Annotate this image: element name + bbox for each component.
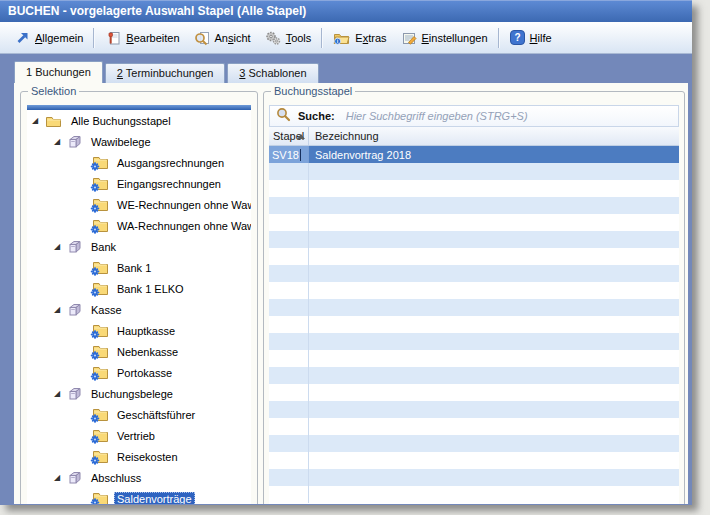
cell-stapel[interactable]: SV18: [269, 146, 309, 163]
tree-item-saldenvorträge[interactable]: Saldenvorträge: [27, 488, 251, 504]
folder-gear-icon: [90, 449, 108, 465]
folder-info-icon: i: [333, 30, 350, 45]
expand-triangle-icon[interactable]: ◢: [54, 474, 67, 482]
menu-item-hilfe[interactable]: ?Hilfe: [503, 27, 559, 48]
empty-table-row: [269, 350, 679, 367]
tree-item-label: Abschluss: [88, 471, 144, 485]
tree-item-we-rechnungen-ohne-wawi[interactable]: WE-Rechnungen ohne Wawi: [27, 194, 251, 215]
cube-icon: [67, 303, 82, 317]
cell-stapel-empty: [269, 367, 309, 384]
tree-item-label: Ausgangsrechnungen: [114, 156, 227, 170]
sort-ascending-icon: [297, 134, 305, 139]
cell-stapel-empty: [269, 350, 309, 367]
cell-bezeichnung-empty: [309, 248, 679, 265]
menu-item-label: Hilfe: [530, 32, 552, 44]
empty-table-row: [269, 299, 679, 316]
cell-stapel-empty: [269, 248, 309, 265]
tab-page-buchungen: Selektion ◢Alle Buchungsstapel◢Wawibeleg…: [14, 83, 688, 504]
folder-gear-icon: [90, 176, 108, 192]
menu-item-ansicht[interactable]: Ansicht: [187, 27, 258, 49]
tree-item-wawibelege[interactable]: ◢Wawibelege: [27, 131, 251, 152]
svg-text:?: ?: [514, 32, 520, 43]
menu-item-tools[interactable]: Tools: [258, 27, 319, 49]
empty-table-row: [269, 180, 679, 197]
expand-triangle-icon[interactable]: ◢: [54, 306, 67, 314]
tree-item-vertrieb[interactable]: Vertrieb: [27, 425, 251, 446]
empty-table-row: [269, 265, 679, 282]
folder-gear-icon: [90, 281, 108, 297]
cell-stapel-empty: [269, 333, 309, 350]
folder-gear-icon: [90, 344, 108, 360]
groupbox-buchungsstapel-label: Buchungsstapel: [271, 85, 355, 97]
empty-table-row: [269, 418, 679, 435]
cell-stapel-empty: [269, 231, 309, 248]
cell-stapel-empty: [269, 197, 309, 214]
empty-table-row: [269, 367, 679, 384]
table-row-sv18[interactable]: SV18Saldenvortrag 2018: [269, 146, 679, 163]
gears-icon: [265, 30, 281, 46]
cell-bezeichnung-empty: [309, 299, 679, 316]
stapel-edit-cell[interactable]: SV18: [269, 146, 308, 163]
column-header-bezeichnung[interactable]: Bezeichnung: [309, 127, 679, 145]
menu-item-label: Bearbeiten: [126, 32, 179, 44]
menu-item-extras[interactable]: iExtras: [326, 27, 393, 48]
expand-triangle-icon[interactable]: ◢: [54, 390, 67, 398]
tree-item-hauptkasse[interactable]: Hauptkasse: [27, 320, 251, 341]
cell-bezeichnung[interactable]: Saldenvortrag 2018: [309, 146, 679, 163]
tree-item-bank[interactable]: ◢Bank: [27, 236, 251, 257]
folder-gear-icon: [90, 260, 108, 276]
tree-item-wa-rechnungen-ohne-wawi[interactable]: WA-Rechnungen ohne Wawi: [27, 215, 251, 236]
expand-triangle-icon[interactable]: ◢: [54, 138, 67, 146]
menu-item-bearbeiten[interactable]: Bearbeiten: [98, 27, 186, 49]
empty-table-row: [269, 384, 679, 401]
cell-stapel-empty: [269, 282, 309, 299]
tree-item-kasse[interactable]: ◢Kasse: [27, 299, 251, 320]
empty-table-row: [269, 282, 679, 299]
cell-bezeichnung-empty: [309, 367, 679, 384]
search-bar[interactable]: Suche:: [269, 105, 679, 127]
cube-icon: [67, 471, 82, 485]
folder-gear-icon: [90, 197, 108, 213]
cell-stapel-empty: [269, 486, 309, 503]
cell-bezeichnung-empty: [309, 180, 679, 197]
tree-item-label: Hauptkasse: [114, 324, 178, 338]
tree-item-buchungsbelege[interactable]: ◢Buchungsbelege: [27, 383, 251, 404]
expand-triangle-icon[interactable]: ◢: [32, 117, 45, 125]
cell-stapel-empty: [269, 163, 309, 180]
tree-item-bank-1-elko[interactable]: Bank 1 ELKO: [27, 278, 251, 299]
tab-terminbuchungen[interactable]: 2 Terminbuchungen: [105, 63, 225, 83]
search-icon: [276, 107, 291, 126]
tree-item-nebenkasse[interactable]: Nebenkasse: [27, 341, 251, 362]
tree-item-bank-1[interactable]: Bank 1: [27, 257, 251, 278]
stapel-tree: ◢Alle Buchungsstapel◢WawibelegeAusgangsr…: [27, 105, 251, 504]
cell-bezeichnung-empty: [309, 214, 679, 231]
search-input[interactable]: [344, 109, 678, 123]
stapel-value: SV18: [272, 149, 299, 161]
tree-item-eingangsrechnungen[interactable]: Eingangsrechnungen: [27, 173, 251, 194]
cell-bezeichnung-empty: [309, 486, 679, 503]
tree-item-label: Alle Buchungsstapel: [68, 114, 174, 128]
tree-item-alle-buchungsstapel[interactable]: ◢Alle Buchungsstapel: [27, 110, 251, 131]
menubar: AllgemeinBearbeitenAnsichtToolsiExtrasEi…: [0, 22, 692, 54]
menu-item-allgemein[interactable]: Allgemein: [8, 27, 90, 48]
expand-triangle-icon[interactable]: ◢: [54, 243, 67, 251]
tree-item-portokasse[interactable]: Portokasse: [27, 362, 251, 383]
tree-item-ausgangsrechnungen[interactable]: Ausgangsrechnungen: [27, 152, 251, 173]
grid-header: Stapel Bezeichnung: [269, 127, 679, 146]
cell-bezeichnung-empty: [309, 401, 679, 418]
cell-stapel-empty: [269, 214, 309, 231]
empty-table-row: [269, 469, 679, 486]
tab-schablonen[interactable]: 3 Schablonen: [227, 63, 318, 83]
tab-buchungen[interactable]: 1 Buchungen: [14, 61, 103, 83]
empty-table-row: [269, 401, 679, 418]
cell-stapel-empty: [269, 469, 309, 486]
tree-item-abschluss[interactable]: ◢Abschluss: [27, 467, 251, 488]
note-pencil-icon: [401, 30, 417, 46]
folder-gear-icon: [90, 491, 108, 505]
menu-item-einstellungen[interactable]: Einstellungen: [394, 27, 495, 49]
arrow-ne-icon: [15, 30, 30, 45]
column-header-stapel[interactable]: Stapel: [269, 127, 309, 145]
tree-item-geschäftsführer[interactable]: Geschäftsführer: [27, 404, 251, 425]
tree-item-label: Vertrieb: [114, 429, 158, 443]
tree-item-reisekosten[interactable]: Reisekosten: [27, 446, 251, 467]
